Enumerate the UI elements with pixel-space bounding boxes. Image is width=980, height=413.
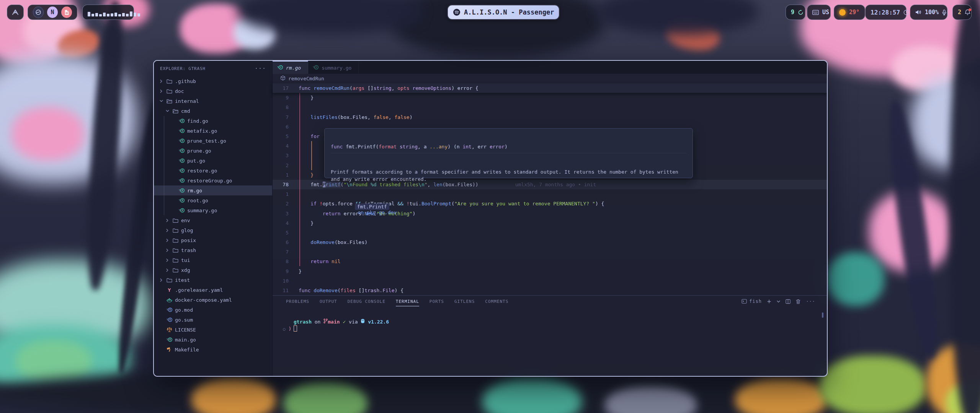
line-number: 1 [273, 172, 289, 178]
tree-item-main.go[interactable]: Gmain.go [154, 335, 272, 345]
workspaces-module[interactable]: 9 [786, 5, 805, 20]
tree-item-label: main.go [175, 337, 196, 343]
browser-icon[interactable] [33, 7, 44, 18]
terminal-scrollbar[interactable] [822, 312, 823, 318]
tree-item-label: env [181, 218, 190, 223]
code-line-8[interactable]: 8 [273, 102, 827, 112]
tree-item-restore.go[interactable]: Grestore.go [154, 166, 272, 176]
hover-doc-link[interactable]: on pkg.go.dev [355, 210, 397, 215]
speaker-icon [915, 10, 921, 15]
notes-icon[interactable] [61, 7, 72, 18]
media-player[interactable]: A.L.I.S.O.N - Passenger [447, 5, 560, 20]
code-line-10[interactable]: 10 [273, 276, 827, 286]
tree-item-prune_test.go[interactable]: Gprune_test.go [154, 136, 272, 146]
go-file-icon: G [313, 65, 319, 71]
tree-item-label: tui [181, 257, 190, 263]
panel-tab-terminal[interactable]: TERMINAL [396, 296, 419, 306]
panel-tab-gitlens[interactable]: GITLENS [454, 296, 475, 306]
new-terminal-button[interactable]: + [767, 298, 771, 305]
code-line-9[interactable]: 9} [273, 267, 827, 276]
panel-tab-debug-console[interactable]: DEBUG CONSOLE [348, 296, 385, 306]
explorer-more-button[interactable]: ··· [255, 65, 266, 72]
visualizer-bar [134, 13, 136, 16]
tree-item-label: glog [181, 228, 193, 233]
tree-item-.github[interactable]: .github [154, 76, 272, 86]
tree-item-posix[interactable]: posix [154, 235, 272, 245]
tree-item-go.mod[interactable]: Ggo.mod [154, 305, 272, 315]
tree-item-xdg[interactable]: xdg [154, 265, 272, 275]
split-terminal-button[interactable] [786, 299, 791, 304]
editor-group: Grm.goGsummary.go removeCmdRun 17func re… [273, 61, 827, 376]
code-line-7[interactable]: 7 listFiles(box.Files, false, false) [273, 112, 827, 122]
tree-item-find.go[interactable]: Gfind.go [154, 116, 272, 126]
code-line-8[interactable]: 8 return nil [273, 257, 827, 266]
tree-item-label: .github [175, 78, 196, 84]
chevron-icon [165, 259, 170, 262]
tab-summary.go[interactable]: Gsummary.go [308, 61, 359, 74]
tree-item-prune.go[interactable]: Gprune.go [154, 146, 272, 156]
tree-item-root.go[interactable]: Groot.go [154, 195, 272, 205]
tree-item-summary.go[interactable]: Gsummary.go [154, 205, 272, 215]
code-line-6[interactable]: 6 doRemove(box.Files) [273, 237, 827, 247]
tree-item-internal[interactable]: internal [154, 96, 272, 106]
line-number: 7 [273, 114, 289, 120]
svg-text:G: G [181, 208, 183, 212]
git-branch-icon [323, 319, 328, 325]
tree-item-doc[interactable]: doc [154, 86, 272, 96]
tree-item-.goreleaser.yaml[interactable]: Y.goreleaser.yaml [154, 285, 272, 295]
tree-item-rm.go[interactable]: Grm.go [154, 185, 272, 195]
panel-tab-comments[interactable]: COMMENTS [485, 296, 508, 306]
panel-tab-ports[interactable]: PORTS [430, 296, 444, 306]
tree-item-put.go[interactable]: Gput.go [154, 156, 272, 166]
panel-more-button[interactable]: ··· [806, 299, 815, 304]
tree-item-Makefile[interactable]: Makefile [154, 345, 272, 354]
tab-rm.go[interactable]: Grm.go [273, 61, 308, 74]
bell-icon [965, 9, 970, 15]
launcher-button[interactable] [7, 5, 24, 20]
tree-item-docker-compose.yaml[interactable]: docker-compose.yaml [154, 295, 272, 305]
clock-module[interactable]: 12:28:57 [865, 5, 906, 20]
tree-item-glog[interactable]: glog [154, 225, 272, 235]
folder-file-icon [172, 238, 179, 243]
tree-item-LICENSE[interactable]: LICENSE [154, 325, 272, 335]
tree-item-env[interactable]: env [154, 215, 272, 225]
tree-item-restoreGroup.go[interactable]: GrestoreGroup.go [154, 176, 272, 185]
go-file-icon: G [178, 128, 185, 133]
tree-item-tui[interactable]: tui [154, 255, 272, 265]
keyboard-layout-module[interactable]: US [807, 5, 831, 20]
keyboard-icon [812, 10, 819, 15]
go-file-icon: G [178, 168, 185, 173]
tree-item-label: go.mod [175, 307, 193, 313]
line-number: 3 [273, 153, 289, 158]
visualizer-bar [99, 14, 102, 16]
hover-tooltip: func fmt.Printf(format string, a ...any)… [324, 128, 693, 178]
tree-item-label: xdg [181, 267, 190, 273]
breadcrumb-symbol: removeCmdRun [288, 76, 324, 81]
tree-item-trash[interactable]: trash [154, 245, 272, 255]
visualizer-bar [107, 14, 109, 16]
breadcrumb[interactable]: removeCmdRun [273, 74, 827, 83]
weather-module[interactable]: 29° [834, 5, 865, 20]
panel-tab-output[interactable]: OUTPUT [320, 296, 337, 306]
notifications-module[interactable]: 2 [952, 5, 972, 20]
code-line-17[interactable]: 17func removeCmdRun(args []string, opts … [273, 83, 827, 93]
tree-item-cmd[interactable]: cmd [154, 106, 272, 116]
panel-tab-problems[interactable]: PROBLEMS [286, 296, 309, 306]
terminal-dropdown-button[interactable] [777, 300, 780, 303]
gomod-file-icon: G [166, 317, 173, 322]
kill-terminal-button[interactable] [796, 299, 800, 304]
shell-indicator: fish [742, 299, 762, 304]
gomod-file-icon: G [166, 307, 173, 312]
code-line-9[interactable]: 9 } [273, 93, 827, 102]
volume-module[interactable]: 100% [910, 5, 947, 20]
code-line-7[interactable]: 7 [273, 247, 827, 257]
code-line-11[interactable]: 11func doRemove(files []trash.File) { [273, 286, 827, 295]
tree-item-metafix.go[interactable]: Gmetafix.go [154, 126, 272, 136]
clock-icon [903, 10, 909, 15]
tree-item-go.sum[interactable]: Ggo.sum [154, 315, 272, 325]
audio-visualizer [82, 5, 134, 20]
n-badge-icon[interactable]: N [47, 7, 58, 18]
terminal[interactable]: gtrash on main ✓ via v1.22.6 ○ ) [273, 307, 827, 376]
hover-signature: func fmt.Printf(format string, a ...any)… [331, 144, 686, 153]
tree-item-itest[interactable]: itest [154, 275, 272, 285]
